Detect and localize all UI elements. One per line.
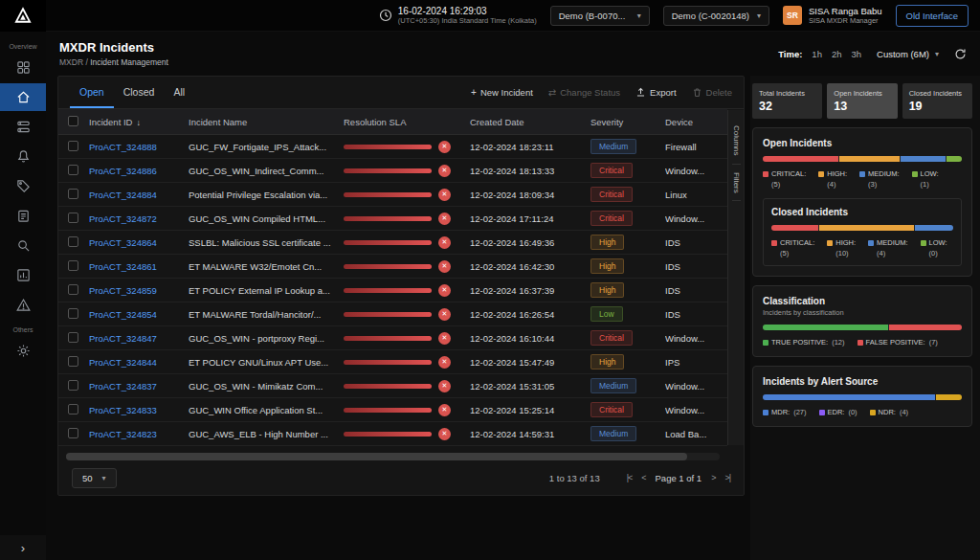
incident-id-link[interactable]: ProACT_324888 bbox=[89, 142, 157, 152]
incident-id-link[interactable]: ProACT_324854 bbox=[89, 309, 157, 320]
table-row[interactable]: ProACT_324854 ET MALWARE Tordal/Hancitor… bbox=[58, 302, 727, 326]
row-checkbox[interactable] bbox=[68, 141, 78, 151]
user-menu[interactable]: SR SISA Ranga Babu SISA MXDR Manager bbox=[783, 6, 882, 25]
column-header-device[interactable]: Device bbox=[665, 117, 727, 127]
legend-color-swatch bbox=[763, 340, 768, 346]
legend-color-swatch bbox=[858, 340, 863, 346]
sidebar-item-tags[interactable] bbox=[0, 172, 46, 200]
page-size-dropdown[interactable]: 50 ▾ bbox=[72, 468, 117, 488]
table-row[interactable]: ProACT_324864 SSLBL: Malicious SSL certi… bbox=[58, 231, 727, 255]
incident-id-link[interactable]: ProACT_324859 bbox=[89, 285, 157, 296]
row-checkbox[interactable] bbox=[68, 236, 78, 247]
incident-id-link[interactable]: ProACT_324847 bbox=[89, 333, 157, 344]
sidebar-item-investigate[interactable] bbox=[0, 232, 46, 259]
row-checkbox[interactable] bbox=[68, 284, 78, 295]
sidebar-item-analytics[interactable] bbox=[0, 261, 46, 289]
change-status-button[interactable]: ⇄ Change Status bbox=[548, 87, 620, 98]
incident-id-link[interactable]: ProACT_324886 bbox=[89, 166, 157, 176]
incident-id-link[interactable]: ProACT_324864 bbox=[89, 237, 157, 248]
table-row[interactable]: ProACT_324884 Potential Privilege Escala… bbox=[58, 183, 727, 207]
export-button[interactable]: Export bbox=[635, 87, 676, 98]
table-row[interactable]: ProACT_324859 ET POLICY External IP Look… bbox=[58, 279, 727, 302]
client-dropdown[interactable]: Demo (C-0020148) ▾ bbox=[663, 6, 769, 26]
stat-total-incidents[interactable]: Total Incidents 32 bbox=[752, 83, 822, 119]
table-row[interactable]: ProACT_324837 GUC_OS_WIN - Mimikatz Com.… bbox=[58, 374, 727, 398]
incident-id-link[interactable]: ProACT_324861 bbox=[89, 261, 157, 272]
sort-desc-icon: ↓ bbox=[136, 118, 141, 127]
app-logo[interactable] bbox=[0, 0, 46, 32]
time-label: Time: bbox=[778, 49, 802, 59]
sidebar-item-assets[interactable] bbox=[0, 113, 46, 141]
created-date: 12-02-2024 14:59:31 bbox=[470, 429, 590, 439]
severity-badge: Critical bbox=[590, 402, 633, 417]
tab-all[interactable]: All bbox=[164, 77, 194, 108]
row-checkbox[interactable] bbox=[68, 332, 78, 343]
table-row[interactable]: ProACT_324888 GUC_FW_Fortigate_IPS_Attac… bbox=[58, 135, 727, 159]
sidebar-expand-button[interactable]: › bbox=[0, 535, 46, 560]
row-checkbox[interactable] bbox=[68, 308, 78, 319]
table-row[interactable]: ProACT_324886 GUC_OS_WIN_Indirect_Comm..… bbox=[58, 159, 727, 183]
time-option-1h[interactable]: 1h bbox=[812, 49, 822, 59]
column-header-severity[interactable]: Severity bbox=[590, 117, 665, 127]
incident-id-link[interactable]: ProACT_324823 bbox=[89, 429, 157, 439]
tenant-dropdown[interactable]: Demo (B-0070... ▾ bbox=[550, 6, 650, 26]
pagination-next-icon[interactable]: > bbox=[711, 473, 715, 482]
refresh-icon[interactable] bbox=[954, 48, 967, 60]
created-date: 12-02-2024 16:37:39 bbox=[470, 285, 590, 296]
stat-open-incidents[interactable]: Open Incidents 13 bbox=[827, 83, 897, 119]
row-checkbox[interactable] bbox=[68, 356, 78, 367]
export-icon bbox=[635, 87, 646, 98]
time-option-3h[interactable]: 3h bbox=[852, 49, 862, 59]
row-checkbox[interactable] bbox=[68, 260, 78, 271]
table-row[interactable]: ProACT_324823 GUC_AWS_ELB - High Number … bbox=[58, 422, 727, 446]
sidebar-item-threats[interactable] bbox=[0, 291, 46, 319]
column-header-incident-name[interactable]: Incident Name bbox=[189, 117, 344, 127]
scrollbar-thumb[interactable] bbox=[66, 453, 687, 460]
row-checkbox[interactable] bbox=[68, 428, 78, 438]
custom-range-dropdown[interactable]: Custom (6M) ▾ bbox=[871, 46, 945, 62]
column-header-created-date[interactable]: Created Date bbox=[470, 117, 590, 127]
pagination-first-icon[interactable]: |< bbox=[627, 473, 633, 482]
incident-id-link[interactable]: ProACT_324837 bbox=[89, 381, 157, 392]
table-row[interactable]: ProACT_324833 GUC_WIN Office Application… bbox=[58, 398, 727, 422]
old-interface-button[interactable]: Old Interface bbox=[896, 5, 969, 27]
tab-closed[interactable]: Closed bbox=[114, 77, 165, 108]
row-checkbox[interactable] bbox=[68, 380, 78, 391]
columns-side-tab[interactable]: Columns bbox=[732, 118, 741, 165]
avatar[interactable]: SR bbox=[783, 6, 802, 25]
sidebar-item-incidents[interactable] bbox=[0, 83, 46, 111]
filters-side-tab[interactable]: Filters bbox=[732, 165, 741, 202]
table-row[interactable]: ProACT_324844 ET POLICY GNU/Linux APT Us… bbox=[58, 350, 727, 374]
new-incident-button[interactable]: + New Incident bbox=[471, 87, 533, 98]
table-row[interactable]: ProACT_324847 GUC_OS_WIN - portproxy Reg… bbox=[58, 326, 727, 350]
stat-closed-incidents[interactable]: Closed Incidents 19 bbox=[902, 83, 972, 119]
row-checkbox[interactable] bbox=[68, 165, 78, 175]
table-row[interactable]: ProACT_324872 GUC_OS_WIN Compiled HTML..… bbox=[58, 207, 727, 231]
incident-id-link[interactable]: ProACT_324872 bbox=[89, 213, 157, 224]
resolution-sla: ✕ bbox=[344, 284, 470, 297]
incident-id-link[interactable]: ProACT_324844 bbox=[89, 357, 157, 368]
sidebar-item-alerts[interactable] bbox=[0, 143, 46, 170]
incident-id-link[interactable]: ProACT_324833 bbox=[89, 405, 157, 415]
breadcrumb-root[interactable]: MXDR bbox=[59, 57, 83, 67]
tab-open[interactable]: Open bbox=[70, 77, 114, 108]
client-dropdown-value: Demo (C-0020148) bbox=[672, 11, 749, 21]
legend-item: NDR: (4) bbox=[870, 408, 909, 416]
select-all-checkbox[interactable] bbox=[68, 116, 78, 126]
sidebar-item-dashboard[interactable] bbox=[0, 54, 46, 81]
sidebar-item-reports[interactable] bbox=[0, 202, 46, 230]
column-header-incident-id[interactable]: Incident ID↓ bbox=[89, 117, 189, 127]
time-option-2h[interactable]: 2h bbox=[832, 49, 842, 59]
bar-segment bbox=[947, 156, 962, 162]
row-checkbox[interactable] bbox=[68, 404, 78, 414]
incident-id-link[interactable]: ProACT_324884 bbox=[89, 190, 157, 200]
sidebar-item-settings[interactable] bbox=[0, 337, 46, 365]
row-checkbox[interactable] bbox=[68, 189, 78, 199]
column-header-resolution-sla[interactable]: Resolution SLA bbox=[344, 117, 470, 127]
delete-button[interactable]: Delete bbox=[692, 87, 732, 98]
time-controls: Time: 1h 2h 3h Custom (6M) ▾ bbox=[778, 46, 967, 62]
pagination-prev-icon[interactable]: < bbox=[641, 473, 645, 482]
pagination-last-icon[interactable]: >| bbox=[724, 473, 730, 482]
row-checkbox[interactable] bbox=[68, 213, 78, 223]
table-row[interactable]: ProACT_324861 ET MALWARE W32/Emotet Cn..… bbox=[58, 255, 727, 279]
